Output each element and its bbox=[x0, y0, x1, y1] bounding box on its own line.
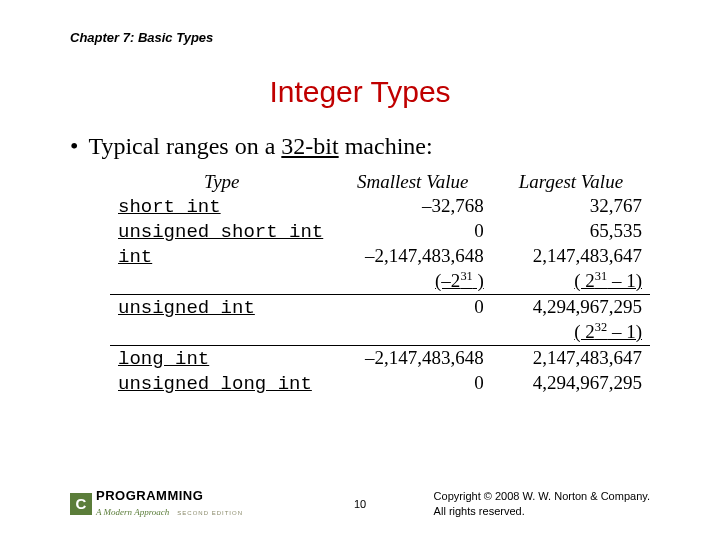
smallest-value: –2,147,483,648 bbox=[334, 244, 492, 269]
table-header: Type Smallest Value Largest Value bbox=[110, 170, 650, 194]
copyright: Copyright © 2008 W. W. Norton & Company.… bbox=[434, 489, 650, 518]
bullet-dot-icon: • bbox=[70, 133, 78, 159]
type-name: short int bbox=[110, 194, 334, 219]
bullet-prefix: Typical ranges on a bbox=[88, 133, 281, 159]
page-number: 10 bbox=[354, 498, 366, 510]
table-row-exponent: (–231 ) ( 231 – 1) bbox=[110, 269, 650, 295]
largest-value: 2,147,483,647 bbox=[492, 346, 650, 372]
table-row: int –2,147,483,648 2,147,483,647 bbox=[110, 244, 650, 269]
type-name: int bbox=[110, 244, 334, 269]
type-name: long int bbox=[110, 346, 334, 372]
type-name: unsigned long int bbox=[110, 371, 334, 396]
ranges-table: Type Smallest Value Largest Value short … bbox=[110, 170, 650, 396]
table-row: short int –32,768 32,767 bbox=[110, 194, 650, 219]
book-logo: C PROGRAMMING A Modern Approach SECOND E… bbox=[70, 489, 243, 518]
largest-value: 4,294,967,295 bbox=[492, 295, 650, 321]
type-name: unsigned short int bbox=[110, 219, 334, 244]
table-row: unsigned long int 0 4,294,967,295 bbox=[110, 371, 650, 396]
smallest-value: 0 bbox=[334, 371, 492, 396]
copyright-line2: All rights reserved. bbox=[434, 504, 650, 518]
smallest-value: –32,768 bbox=[334, 194, 492, 219]
type-name: unsigned int bbox=[110, 295, 334, 321]
footer: C PROGRAMMING A Modern Approach SECOND E… bbox=[0, 489, 720, 518]
smallest-value: –2,147,483,648 bbox=[334, 346, 492, 372]
smallest-value: 0 bbox=[334, 219, 492, 244]
table-row-exponent: ( 232 – 1) bbox=[110, 320, 650, 346]
header-smallest: Smallest Value bbox=[334, 170, 492, 194]
bullet-suffix: machine: bbox=[339, 133, 433, 159]
largest-value: 2,147,483,647 bbox=[492, 244, 650, 269]
table-row: unsigned short int 0 65,535 bbox=[110, 219, 650, 244]
logo-subtitle: A Modern Approach bbox=[96, 507, 169, 517]
largest-exponent: ( 232 – 1) bbox=[492, 320, 650, 346]
header-largest: Largest Value bbox=[492, 170, 650, 194]
logo-edition: SECOND EDITION bbox=[177, 510, 243, 516]
smallest-value: 0 bbox=[334, 295, 492, 321]
slide-title: Integer Types bbox=[70, 75, 650, 109]
bullet-text: •Typical ranges on a 32-bit machine: bbox=[70, 133, 650, 160]
copyright-line1: Copyright © 2008 W. W. Norton & Company. bbox=[434, 489, 650, 503]
largest-value: 32,767 bbox=[492, 194, 650, 219]
chapter-label: Chapter 7: Basic Types bbox=[70, 30, 650, 45]
table-row: unsigned int 0 4,294,967,295 bbox=[110, 295, 650, 321]
largest-exponent: ( 231 – 1) bbox=[492, 269, 650, 295]
logo-c-icon: C bbox=[70, 493, 92, 515]
smallest-exponent: (–231 ) bbox=[334, 269, 492, 295]
logo-text: PROGRAMMING A Modern Approach SECOND EDI… bbox=[96, 489, 243, 518]
table-row: long int –2,147,483,648 2,147,483,647 bbox=[110, 346, 650, 372]
largest-value: 65,535 bbox=[492, 219, 650, 244]
largest-value: 4,294,967,295 bbox=[492, 371, 650, 396]
header-type: Type bbox=[110, 170, 334, 194]
bits-phrase: 32-bit bbox=[281, 133, 338, 159]
